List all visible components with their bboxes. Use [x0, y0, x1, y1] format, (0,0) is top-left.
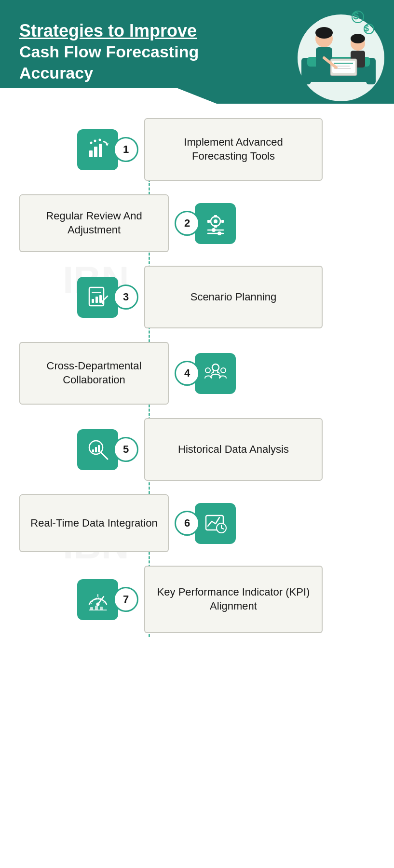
- svg-point-28: [214, 219, 217, 223]
- strategy-row-1: 1 Implement Advanced Forecasting Tools: [19, 118, 375, 181]
- strategy-row-6: Real-Time Data Integration 6: [19, 494, 375, 552]
- svg-rect-23: [99, 144, 102, 157]
- data-analysis-icon: [77, 429, 118, 470]
- number-circle-5: 5: [113, 437, 138, 462]
- svg-rect-65: [90, 607, 93, 610]
- main-content: IBN IBN 1: [0, 104, 394, 666]
- svg-line-49: [217, 372, 219, 373]
- strategy-row-3: 3 Scenario Planning: [19, 266, 375, 328]
- strategy-box-3: Scenario Planning: [144, 266, 323, 328]
- svg-rect-55: [98, 445, 100, 452]
- number-circle-4: 4: [175, 361, 200, 386]
- svg-point-11: [315, 27, 333, 39]
- svg-rect-66: [95, 606, 98, 610]
- number-circle-2: 2: [175, 211, 200, 236]
- svg-rect-32: [221, 220, 224, 223]
- strategy-box-2: Regular Review And Adjustment: [19, 194, 169, 252]
- svg-point-45: [205, 368, 210, 373]
- number-circle-7: 7: [113, 587, 138, 612]
- svg-point-24: [90, 142, 92, 144]
- svg-point-14: [351, 34, 365, 43]
- svg-point-46: [221, 368, 226, 373]
- strategy-box-1: Implement Advanced Forecasting Tools: [144, 118, 323, 181]
- svg-line-42: [102, 296, 108, 302]
- number-circle-1: 1: [113, 137, 138, 162]
- svg-rect-39: [92, 299, 94, 303]
- svg-point-26: [98, 139, 101, 141]
- strategy-row-7: 7 Key Performance Indicator (KPI) Alignm…: [19, 566, 375, 633]
- svg-marker-50: [217, 370, 219, 372]
- strategy-row-4: Cross-Departmental Collaboration 4: [19, 342, 375, 405]
- svg-rect-53: [92, 449, 94, 452]
- svg-rect-31: [207, 220, 210, 223]
- svg-point-44: [212, 364, 219, 371]
- kpi-icon: [77, 579, 118, 620]
- header-title-line1: Strategies to Improve: [19, 20, 231, 41]
- number-circle-3: 3: [113, 285, 138, 310]
- number-circle-6: 6: [175, 511, 200, 536]
- header-illustration: $ $: [278, 5, 384, 101]
- svg-rect-30: [214, 225, 217, 228]
- strategy-box-7: Key Performance Indicator (KPI) Alignmen…: [144, 566, 323, 633]
- scenario-planning-icon: [77, 277, 118, 318]
- header-text: Strategies to Improve Cash Flow Forecast…: [19, 20, 231, 84]
- svg-line-47: [212, 372, 214, 373]
- svg-point-25: [94, 140, 96, 142]
- svg-rect-22: [94, 147, 97, 157]
- strategy-box-5: Historical Data Analysis: [144, 418, 323, 481]
- svg-marker-48: [212, 370, 215, 372]
- svg-rect-21: [89, 150, 93, 157]
- forecasting-tools-icon: [77, 129, 118, 170]
- svg-rect-67: [100, 607, 103, 610]
- strategy-box-4: Cross-Departmental Collaboration: [19, 342, 169, 405]
- realtime-data-icon: [195, 503, 236, 544]
- header: Strategies to Improve Cash Flow Forecast…: [0, 0, 394, 104]
- collaboration-icon: [195, 353, 236, 394]
- settings-review-icon: [195, 203, 236, 244]
- strategy-row-5: 5 Historical Data Analysis: [19, 418, 375, 481]
- svg-rect-29: [214, 215, 217, 217]
- svg-point-36: [217, 231, 221, 235]
- svg-point-34: [212, 228, 216, 232]
- strategy-box-6: Real-Time Data Integration: [19, 494, 169, 552]
- svg-point-64: [96, 603, 99, 606]
- svg-rect-54: [95, 447, 97, 452]
- svg-rect-40: [95, 297, 98, 303]
- svg-line-52: [101, 452, 108, 459]
- strategy-row-2: Regular Review And Adjustment 2: [19, 194, 375, 252]
- header-title-line2: Cash Flow Forecasting Accuracy: [19, 41, 231, 83]
